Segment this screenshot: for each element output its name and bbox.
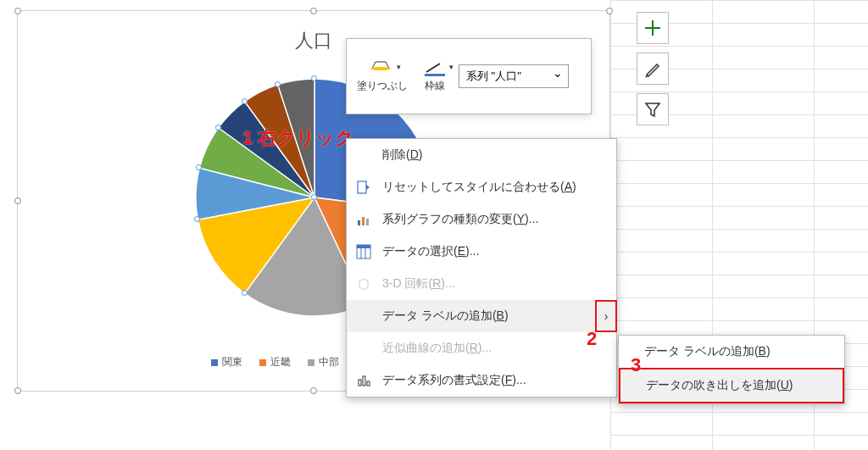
legend-swatch — [211, 359, 218, 366]
legend-swatch — [308, 359, 314, 366]
svg-rect-14 — [367, 381, 370, 386]
outline-button[interactable]: ▾ 枠線 — [420, 57, 450, 97]
menu-label: リセットしてスタイルに合わせる(A) — [382, 180, 576, 195]
submenu-data-labels: データ ラベルの追加(B) データの吹き出しを追加(U) — [618, 335, 845, 404]
chart-resize-handle[interactable] — [14, 387, 21, 394]
legend-swatch — [259, 359, 266, 366]
menu-reset-style[interactable]: リセットしてスタイルに合わせる(A) — [347, 171, 616, 203]
menu-label: 削除(D) — [382, 147, 422, 163]
menu-label: データ ラベルの追加(B) — [644, 344, 771, 359]
chart-resize-handle[interactable] — [310, 387, 317, 394]
slice-handle[interactable] — [311, 75, 317, 81]
svg-point-2 — [370, 67, 391, 70]
menu-add-trendline: 近似曲線の追加(R)... — [347, 332, 616, 364]
mini-toolbar: ▾ 塗りつぶし ▾ 枠線 系列 "人口" — [346, 38, 592, 114]
slice-handle[interactable] — [242, 290, 248, 296]
menu-label: データ系列の書式設定(F)... — [382, 373, 526, 388]
fill-icon: ▾ — [370, 60, 394, 77]
chart-styles-button[interactable] — [637, 53, 669, 85]
chart-resize-handle[interactable] — [310, 8, 317, 14]
chart-side-buttons — [637, 12, 669, 125]
slice-handle[interactable] — [275, 81, 281, 87]
legend-item[interactable]: 関東 — [211, 355, 242, 369]
funnel-icon — [644, 101, 661, 118]
slice-handle[interactable] — [242, 98, 248, 104]
chart-resize-handle[interactable] — [14, 8, 21, 14]
chart-type-icon — [355, 211, 372, 228]
menu-label: 系列グラフの種類の変更(Y)... — [382, 212, 538, 227]
menu-add-data-labels[interactable]: データ ラベルの追加(B) › — [347, 300, 616, 332]
svg-rect-4 — [358, 181, 366, 193]
fill-label: 塗りつぶし — [357, 79, 408, 93]
plus-icon — [643, 19, 662, 37]
submenu-add-data-labels[interactable]: データ ラベルの追加(B) — [619, 336, 844, 368]
menu-label: 3-D 回転(R)... — [382, 276, 455, 292]
fill-button[interactable]: ▾ 塗りつぶし — [353, 57, 411, 97]
select-data-icon — [355, 243, 372, 260]
svg-rect-9 — [357, 245, 370, 248]
menu-label: データの吹き出しを追加(U) — [646, 378, 793, 393]
menu-3d-rotation: 3-D 回転(R)... — [347, 268, 616, 300]
chart-resize-handle[interactable] — [606, 8, 613, 14]
chart-filters-button[interactable] — [637, 93, 669, 125]
annotation-step-1: 1 右クリック — [242, 125, 354, 151]
menu-label: データ ラベルの追加(B) — [382, 308, 509, 324]
cube-icon — [355, 275, 372, 292]
series-dropdown[interactable]: 系列 "人口" — [459, 64, 569, 88]
legend-item[interactable]: 中部 — [308, 355, 339, 369]
svg-rect-6 — [362, 217, 364, 225]
annotation-step-2: 2 — [587, 328, 597, 350]
menu-format-data-series[interactable]: データ系列の書式設定(F)... — [347, 364, 616, 397]
legend-label: 中部 — [319, 355, 339, 369]
submenu-add-data-callouts[interactable]: データの吹き出しを追加(U) — [619, 368, 844, 403]
svg-rect-5 — [358, 220, 360, 225]
svg-rect-12 — [359, 380, 361, 386]
menu-delete[interactable]: 削除(D) — [347, 139, 616, 171]
chart-elements-button[interactable] — [637, 12, 669, 44]
menu-label: 近似曲線の追加(R)... — [382, 341, 492, 356]
legend-item[interactable]: 近畿 — [259, 355, 291, 369]
submenu-arrow-icon: › — [595, 300, 617, 332]
outline-icon: ▾ — [423, 60, 447, 77]
slice-handle[interactable] — [215, 125, 221, 131]
format-icon — [355, 372, 372, 389]
chart-resize-handle[interactable] — [14, 197, 21, 204]
reset-icon — [355, 179, 372, 196]
outline-label: 枠線 — [425, 79, 445, 93]
svg-rect-13 — [363, 376, 365, 386]
legend-label: 近畿 — [270, 355, 291, 369]
legend-label: 関東 — [222, 355, 242, 369]
menu-select-data[interactable]: データの選択(E)... — [347, 236, 616, 268]
menu-label: データの選択(E)... — [382, 244, 479, 259]
svg-rect-3 — [425, 74, 445, 76]
slice-handle[interactable] — [311, 194, 317, 200]
chart-title[interactable]: 人口 — [295, 28, 332, 53]
brush-icon — [643, 59, 662, 78]
menu-change-chart-type[interactable]: 系列グラフの種類の変更(Y)... — [347, 203, 616, 236]
svg-rect-7 — [366, 219, 369, 225]
annotation-step-3: 3 — [631, 354, 641, 376]
context-menu: 削除(D) リセットしてスタイルに合わせる(A) 系列グラフの種類の変更(Y).… — [346, 138, 617, 397]
